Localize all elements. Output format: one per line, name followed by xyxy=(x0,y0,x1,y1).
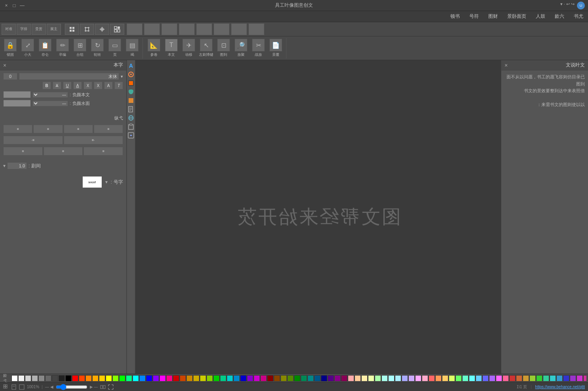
color-swatch[interactable] xyxy=(429,375,435,382)
color-swatch[interactable] xyxy=(200,375,206,382)
color-swatch[interactable] xyxy=(496,375,502,382)
color-swatch[interactable] xyxy=(408,375,415,382)
text-color-select[interactable]: — xyxy=(32,92,68,98)
color-swatch[interactable] xyxy=(274,375,280,382)
placeholder-btn-6[interactable] xyxy=(214,23,230,35)
color-swatch[interactable] xyxy=(321,375,327,382)
color-swatch[interactable] xyxy=(469,375,475,382)
color-swatch[interactable] xyxy=(38,375,45,382)
align-btn-center[interactable]: ≡ xyxy=(33,125,63,133)
color-swatch[interactable] xyxy=(422,375,428,382)
side-icon-clipboard[interactable] xyxy=(127,123,135,131)
align-btn-top-right[interactable]: ≡· xyxy=(64,136,123,144)
minimize-button[interactable]: — xyxy=(19,2,25,9)
color-swatch[interactable] xyxy=(18,375,25,382)
toolbar-btn-main[interactable]: 展主 xyxy=(47,24,61,35)
bg-color-preview[interactable] xyxy=(3,100,31,107)
side-icon-square[interactable] xyxy=(127,97,135,104)
font-name-input[interactable] xyxy=(19,73,119,80)
color-swatch[interactable] xyxy=(388,375,395,382)
tool-zoom[interactable]: 🔎 放聚 xyxy=(232,38,250,59)
side-icon-globe[interactable] xyxy=(127,114,135,122)
color-swatch[interactable] xyxy=(489,375,495,382)
color-swatch[interactable] xyxy=(59,375,65,382)
color-swatch[interactable] xyxy=(153,375,159,382)
align-btn-left[interactable]: ≡ xyxy=(3,125,32,133)
color-swatch[interactable] xyxy=(166,375,173,382)
toolbar-icon-3[interactable] xyxy=(95,24,109,35)
tool-group[interactable]: ⊞ 台组 xyxy=(71,38,89,59)
tool-move[interactable]: ✈ 动移 xyxy=(180,38,197,59)
color-swatch[interactable] xyxy=(577,375,583,382)
align-btn-right[interactable]: ≡ xyxy=(64,125,93,133)
color-swatch[interactable] xyxy=(106,375,112,382)
color-swatch[interactable] xyxy=(314,375,321,382)
color-swatch[interactable] xyxy=(482,375,489,382)
color-swatch[interactable] xyxy=(173,375,179,382)
tool-cut[interactable]: ✂ 战放 xyxy=(250,38,267,59)
tool-layer[interactable]: ▤ 竭 xyxy=(123,38,141,59)
zoom-slider[interactable] xyxy=(56,384,87,390)
color-swatch[interactable] xyxy=(112,375,119,382)
color-swatch[interactable] xyxy=(550,375,556,382)
color-swatch[interactable] xyxy=(509,375,516,382)
color-swatch[interactable] xyxy=(72,375,78,382)
color-swatch[interactable] xyxy=(213,375,220,382)
color-swatch[interactable] xyxy=(543,375,549,382)
align-btn-v-bot[interactable]: ≡ xyxy=(83,147,123,156)
toolbar-btn-text[interactable]: 字排 xyxy=(17,24,31,35)
toolbar-btn-view[interactable]: 贵赏 xyxy=(32,24,46,35)
placeholder-btn-4[interactable] xyxy=(179,23,195,35)
menu-item-1[interactable]: 号符 xyxy=(468,13,480,20)
bg-color-select[interactable]: — xyxy=(32,101,68,106)
color-swatch[interactable] xyxy=(415,375,421,382)
toolbar-icon-2[interactable] xyxy=(80,24,94,35)
close-button[interactable]: × xyxy=(3,2,9,9)
color-swatch[interactable] xyxy=(435,375,442,382)
color-swatch[interactable] xyxy=(442,375,448,382)
style-small-caps[interactable]: A xyxy=(104,82,113,89)
color-swatch[interactable] xyxy=(240,375,247,382)
color-swatch[interactable] xyxy=(233,375,240,382)
canvas-area[interactable]: 图文帮经来始开茨 xyxy=(135,60,501,374)
color-swatch[interactable] xyxy=(375,375,381,382)
color-swatch[interactable] xyxy=(139,375,146,382)
style-strikethrough[interactable]: X xyxy=(94,82,102,89)
toolbar-btn-align[interactable]: 对准 xyxy=(2,24,16,35)
menu-item-0[interactable]: 顿书 xyxy=(449,13,461,20)
color-swatch[interactable] xyxy=(516,375,522,382)
menu-item-3[interactable]: 景卧面页 xyxy=(506,13,528,20)
color-swatch[interactable] xyxy=(146,375,152,382)
style-strikethrough2[interactable]: X xyxy=(83,82,92,89)
tool-guide[interactable]: 📐 参卷 xyxy=(145,38,163,59)
tool-text[interactable]: T 本文 xyxy=(163,38,180,59)
color-swatch[interactable] xyxy=(247,375,253,382)
color-swatch[interactable] xyxy=(395,375,401,382)
color-swatch[interactable] xyxy=(119,375,125,382)
text-color-preview[interactable] xyxy=(3,91,31,98)
align-btn-top-left[interactable]: ·≡ xyxy=(3,136,63,144)
color-swatch[interactable] xyxy=(287,375,294,382)
toolbar-icon-1[interactable] xyxy=(65,24,79,35)
tool-bg[interactable]: 📄 景覆 xyxy=(267,38,285,59)
side-icon-text[interactable]: A xyxy=(127,62,135,70)
user-avatar[interactable]: U xyxy=(577,2,585,9)
color-swatch[interactable] xyxy=(402,375,408,382)
color-swatch[interactable] xyxy=(334,375,341,382)
tool-image[interactable]: ⊡ 图到 xyxy=(215,38,232,59)
color-swatch[interactable] xyxy=(355,375,361,382)
placeholder-btn-8[interactable] xyxy=(248,23,264,35)
color-swatch[interactable] xyxy=(455,375,462,382)
placeholder-btn-3[interactable] xyxy=(161,23,177,35)
color-swatch[interactable] xyxy=(307,375,314,382)
color-swatch[interactable] xyxy=(294,375,300,382)
color-swatch[interactable] xyxy=(328,375,334,382)
tool-click[interactable]: ↖ 左刷博键 xyxy=(197,38,215,59)
style-underline[interactable]: U xyxy=(63,82,72,89)
color-swatch[interactable] xyxy=(92,375,99,382)
color-swatch[interactable] xyxy=(79,375,85,382)
color-swatch[interactable] xyxy=(193,375,199,382)
placeholder-btn-1[interactable] xyxy=(127,23,142,35)
align-btn-v-mid[interactable]: ≡ xyxy=(44,147,83,156)
color-swatch[interactable] xyxy=(529,375,536,382)
